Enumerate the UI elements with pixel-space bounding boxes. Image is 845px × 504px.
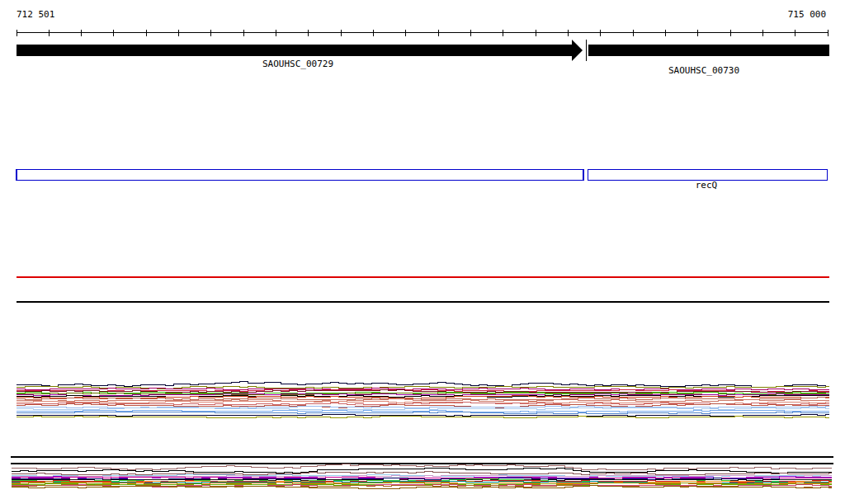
gene-feature-saouhsc-00729-body[interactable] — [17, 45, 572, 56]
gene-label-recq: recQ — [696, 180, 718, 191]
gene-box-unnamed[interactable] — [17, 170, 583, 181]
genome-view-canvas: 712 501 715 000 SAOUHSC_00729 SAOUHSC_00… — [0, 0, 845, 504]
coverage-line-t3 — [12, 472, 832, 475]
ruler-end-label: 715 000 — [788, 9, 826, 20]
gene-feature-saouhsc-00729-arrowhead-icon[interactable] — [572, 40, 583, 61]
gene-label-saouhsc-00730: SAOUHSC_00730 — [668, 65, 739, 76]
coverage-plot-lower[interactable] — [12, 464, 832, 489]
gene-label-saouhsc-00729: SAOUHSC_00729 — [262, 59, 333, 69]
coverage-line-s20 — [17, 415, 829, 417]
ruler-start-label: 712 501 — [17, 9, 54, 20]
coverage-plot-upper[interactable] — [17, 382, 829, 418]
base-ruler[interactable] — [17, 30, 828, 36]
gene-feature-saouhsc-00730-body[interactable] — [588, 45, 829, 56]
genome-browser-window: 712 501 715 000 SAOUHSC_00729 SAOUHSC_00… — [0, 0, 845, 504]
coverage-line-s19 — [17, 412, 829, 414]
gene-box-recq[interactable] — [588, 170, 828, 181]
coverage-line-s21 — [17, 417, 829, 418]
